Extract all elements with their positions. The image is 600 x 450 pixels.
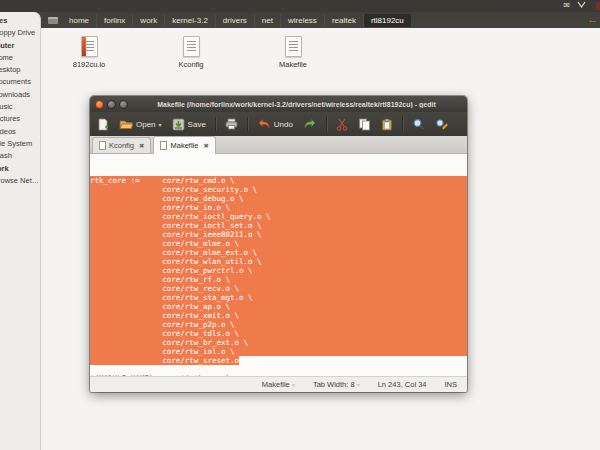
sidebar-item-pictures[interactable]: Pictures: [0, 113, 40, 125]
gedit-tabbar: Kconfig ✖ Makefile ✖: [90, 136, 467, 154]
selected-line: core/rtw_tdls.o \: [90, 329, 467, 338]
selected-line: core/rtw_xmit.o \: [90, 311, 467, 320]
network-icon[interactable]: [577, 0, 586, 13]
breadcrumb-wireless[interactable]: wireless: [281, 14, 325, 27]
breadcrumb-work[interactable]: work: [133, 14, 165, 27]
sidebar-item-trash[interactable]: Trash: [0, 150, 40, 162]
mail-icon[interactable]: ✉: [563, 0, 570, 12]
tab-makefile[interactable]: Makefile ✖: [153, 136, 215, 154]
selected-line: core/rtw_mlme.o \: [90, 239, 467, 248]
file-makefile[interactable]: Makefile: [264, 36, 322, 69]
redo-button[interactable]: [300, 116, 320, 132]
places-sidebar: Devices Floppy Drive Computer Home Deskt…: [0, 12, 41, 450]
toolbar-separator: [402, 117, 403, 131]
breadcrumb-home[interactable]: home: [62, 14, 97, 27]
object-file-icon: [81, 36, 98, 57]
sidebar-item-home[interactable]: Home: [0, 52, 40, 64]
file-label: 8192cu.lo: [73, 60, 106, 69]
selected-line: core/rtw_ioctl_query.o \: [90, 212, 467, 221]
selected-line: core/rtw_ioctl_set.o \: [90, 221, 467, 230]
close-tab-icon[interactable]: ✖: [139, 142, 144, 150]
top-panel: ✉: [0, 0, 600, 12]
breadcrumb-net[interactable]: net: [255, 14, 281, 27]
sidebar-item-floppy-drive[interactable]: Floppy Drive: [0, 27, 40, 39]
selected-line: core/rtw_security.o \: [90, 185, 467, 194]
selected-line: core/rtw_ap.o \: [90, 302, 467, 311]
sidebar-item-browse-network[interactable]: Browse Net…: [0, 175, 40, 187]
window-title: Makefile (/home/forlinx/work/kernel-3.2/…: [131, 101, 462, 108]
document-icon: [160, 141, 167, 150]
gedit-window: Makefile (/home/forlinx/work/kernel-3.2/…: [90, 96, 467, 392]
language-selector[interactable]: Makefile ▾: [262, 380, 295, 389]
print-button[interactable]: [222, 116, 241, 132]
selected-line: core/rtw_mlme_ext.o \: [90, 248, 467, 257]
breadcrumb-drivers[interactable]: drivers: [216, 14, 255, 27]
breadcrumb-rtl8192cu[interactable]: rtl8192cu: [364, 14, 411, 27]
close-tab-icon[interactable]: ✖: [203, 142, 208, 150]
maximize-window-icon[interactable]: [119, 100, 128, 109]
file-kconfig[interactable]: Kconfig: [162, 36, 220, 69]
undo-button[interactable]: Undo: [254, 116, 296, 132]
minimize-window-icon[interactable]: [107, 100, 116, 109]
text-editor-area[interactable]: rtk_core := core/rtw_cmd.o \ core/rtw_se…: [90, 154, 467, 376]
selected-line: core/rtw_iol.o \: [90, 347, 467, 356]
save-button-label: Save: [188, 120, 206, 129]
selected-line: core/rtw_wlan_util.o \: [90, 257, 467, 266]
file-label: Kconfig: [178, 60, 203, 69]
breadcrumb-realtek[interactable]: realtek: [325, 14, 364, 27]
tab-kconfig[interactable]: Kconfig ✖: [92, 137, 151, 153]
toolbar-separator: [247, 117, 248, 131]
sidebar-item-desktop[interactable]: Desktop: [0, 64, 40, 76]
session-indicator-partial[interactable]: [596, 2, 600, 10]
selected-line: rtk_core := core/rtw_cmd.o \: [90, 176, 467, 185]
tab-label: Makefile: [170, 141, 198, 150]
selected-line: core/rtw_br_ext.o \: [90, 338, 467, 347]
selected-line: core/rtw_ieee80211.o \: [90, 230, 467, 239]
sidebar-item-music[interactable]: Music: [0, 101, 40, 113]
open-button-label: Open: [136, 120, 156, 129]
breadcrumb-forlinx[interactable]: forlinx: [97, 14, 133, 27]
file-label: Makefile: [279, 60, 307, 69]
sidebar-header-devices: Devices: [0, 15, 40, 27]
blank-line: [90, 365, 467, 374]
insert-mode-indicator: INS: [444, 380, 457, 389]
text-file-icon: [285, 36, 302, 57]
selected-line: core/rtw_debug.o \: [90, 194, 467, 203]
search-button[interactable]: [409, 116, 428, 133]
sidebar-item-videos[interactable]: Videos: [0, 126, 40, 138]
pathbar-scroll-left-icon[interactable]: ←: [587, 13, 598, 25]
paste-button[interactable]: [378, 116, 396, 133]
file-8192cu-lo[interactable]: 8192cu.lo: [60, 36, 118, 69]
save-button[interactable]: Save: [169, 116, 209, 133]
sidebar-header-network: Network: [0, 163, 40, 175]
close-window-icon[interactable]: [95, 100, 104, 109]
selected-line-end: core/rtw_sreset.o: [90, 356, 467, 365]
selected-line: core/rtw_rf.o \: [90, 275, 467, 284]
tab-width-selector[interactable]: Tab Width: 8 ▾: [313, 380, 360, 389]
text-file-icon: [183, 36, 200, 57]
undo-button-label: Undo: [274, 120, 293, 129]
new-document-button[interactable]: [94, 116, 112, 133]
sidebar-header-computer: Computer: [0, 40, 40, 52]
cut-button[interactable]: [333, 116, 351, 133]
computer-icon: [48, 17, 58, 24]
open-button[interactable]: Open ▾: [116, 116, 165, 132]
selected-line: core/rtw_pwrctrl.o \: [90, 266, 467, 275]
document-icon: [99, 141, 106, 150]
open-dropdown-icon[interactable]: ▾: [159, 121, 162, 128]
copy-button[interactable]: [355, 116, 374, 133]
breadcrumb: home forlinx work kernel-3.2 drivers net…: [46, 12, 600, 28]
sidebar-item-documents[interactable]: Documents: [0, 76, 40, 88]
gedit-titlebar[interactable]: Makefile (/home/forlinx/work/kernel-3.2/…: [90, 96, 467, 112]
breadcrumb-kernel[interactable]: kernel-3.2: [165, 14, 216, 27]
toolbar-separator: [326, 117, 327, 131]
search-replace-button[interactable]: [432, 116, 452, 133]
selected-line: core/rtw_sta_mgt.o \: [90, 293, 467, 302]
sidebar-item-file-system[interactable]: File System: [0, 138, 40, 150]
selected-line: core/rtw_io.o \: [90, 203, 467, 212]
gedit-statusbar: Makefile ▾ Tab Width: 8 ▾ Ln 243, Col 34…: [90, 376, 467, 392]
tab-label: Kconfig: [109, 141, 134, 150]
sidebar-item-downloads[interactable]: Downloads: [0, 89, 40, 101]
gedit-toolbar: Open ▾ Save Undo: [90, 112, 467, 136]
toolbar-separator: [215, 117, 216, 131]
